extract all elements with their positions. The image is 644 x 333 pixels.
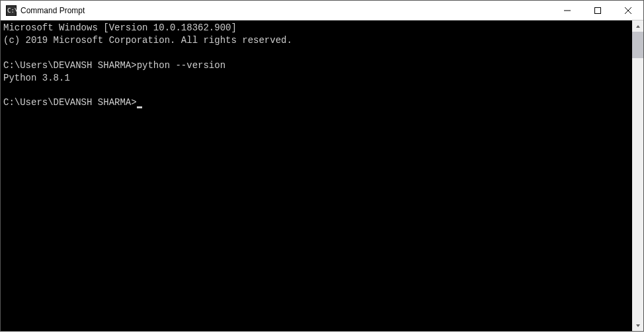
terminal-output[interactable]: Microsoft Windows [Version 10.0.18362.90… <box>1 20 632 331</box>
terminal-prompt: C:\Users\DEVANSH SHARMA> <box>3 97 137 108</box>
terminal-line: Python 3.8.1 <box>3 73 70 83</box>
terminal-command: python --version <box>137 60 225 71</box>
cmd-icon: C:\ <box>6 5 17 16</box>
terminal-prompt: C:\Users\DEVANSH SHARMA> <box>3 60 137 71</box>
minimize-button[interactable] <box>552 1 583 20</box>
vertical-scrollbar[interactable] <box>632 20 643 331</box>
command-prompt-window: C:\ Command Prompt Microsoft Windows [Ve… <box>0 0 644 332</box>
svg-marker-8 <box>636 324 640 327</box>
scroll-track[interactable] <box>632 32 643 320</box>
svg-rect-4 <box>595 7 601 13</box>
close-button[interactable] <box>613 1 643 20</box>
terminal-line: (c) 2019 Microsoft Corporation. All righ… <box>3 35 292 46</box>
titlebar[interactable]: C:\ Command Prompt <box>1 1 643 20</box>
svg-text:C:\: C:\ <box>7 7 17 14</box>
content-area: Microsoft Windows [Version 10.0.18362.90… <box>1 20 643 331</box>
scroll-thumb[interactable] <box>632 32 643 58</box>
scroll-up-button[interactable] <box>632 20 643 32</box>
svg-marker-7 <box>636 25 640 28</box>
maximize-button[interactable] <box>583 1 613 20</box>
window-title: Command Prompt <box>20 6 552 15</box>
scroll-down-button[interactable] <box>632 320 643 331</box>
terminal-line: Microsoft Windows [Version 10.0.18362.90… <box>3 22 237 33</box>
cursor <box>137 106 142 108</box>
window-controls <box>552 1 643 20</box>
